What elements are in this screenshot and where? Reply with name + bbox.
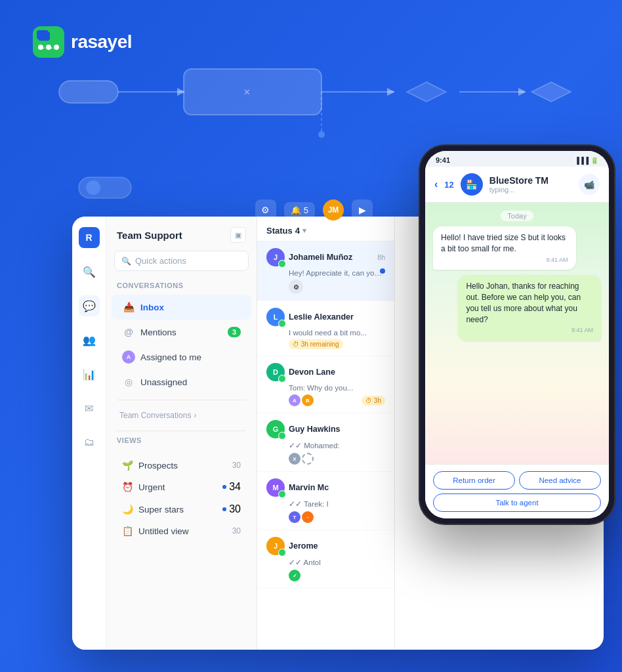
mentions-icon: @ <box>122 326 135 339</box>
video-call-button[interactable]: 📹 <box>579 174 600 195</box>
prospects-icon: 🌱 <box>122 460 133 471</box>
untitled-icon: 📋 <box>122 526 133 536</box>
conversation-list-panel: Status 4 ▾ J Johameli Muñoz 8h Hey! Appr… <box>257 217 395 650</box>
filter-icon[interactable]: ⚙ <box>255 200 276 220</box>
avatars-row-marvin: T ·· <box>289 511 314 523</box>
conv-avatar-wrap: J Johameli Muñoz <box>266 248 377 266</box>
whatsapp-badge-leslie <box>278 320 286 327</box>
views-section: 🌱 Prospects 30 ⏰ Urgent 34 🌙 Super stars… <box>106 450 257 547</box>
divider-1 <box>117 400 246 400</box>
nav-item-inbox[interactable]: 📥 Inbox <box>112 295 251 320</box>
workspace-name: Team Support <box>117 230 182 241</box>
views-label: Views <box>106 436 257 450</box>
svg-point-18 <box>54 45 59 50</box>
status-count: 4 <box>295 226 300 236</box>
phone-section: 9:41 ▐▐▐ 🔋 ‹ 12 🏪 BlueStore TM typing...… <box>379 131 615 525</box>
notification-count: 5 <box>304 205 308 215</box>
nav-apps[interactable]: 🗂 <box>79 432 100 453</box>
team-conversations-arrow: › <box>194 411 196 420</box>
user-avatar[interactable]: JM <box>323 200 344 220</box>
status-filter[interactable]: Status 4 ▾ <box>266 226 306 236</box>
whatsapp-badge-devon <box>278 375 286 383</box>
conv-name-jerome: Jerome <box>289 541 318 551</box>
status-label: Status <box>266 226 293 236</box>
talk-to-agent-button[interactable]: Talk to agent <box>433 494 601 512</box>
icon-sidebar: R 🔍 💬 👥 📊 ✉ 🗂 <box>72 217 106 650</box>
search-icon: 🔍 <box>121 257 131 266</box>
svg-rect-15 <box>38 32 50 41</box>
prospects-label: Prospects <box>138 461 232 471</box>
conversation-item-johameli[interactable]: J Johameli Muñoz 8h Hey! Appreciate it, … <box>257 242 394 301</box>
conv-header: J Johameli Muñoz 8h <box>266 248 385 266</box>
conv-preview-jerome: ✓✓ Antol <box>266 558 385 567</box>
return-order-button[interactable]: Return order <box>433 471 515 490</box>
avatar-jerome: J <box>266 537 285 555</box>
conversation-item-leslie[interactable]: L Leslie Alexander I would need a bit mo… <box>257 301 394 356</box>
phone-statusbar: 9:41 ▐▐▐ 🔋 <box>425 151 609 167</box>
msg-time-1: 9:41 AM <box>441 256 568 264</box>
nav-item-mentions[interactable]: @ Mentions 3 <box>112 320 251 345</box>
conv-avatar-wrap-devon: D Devon Lane <box>266 363 385 381</box>
qa-row-2: Talk to agent <box>433 494 601 512</box>
nav-item-assigned[interactable]: A Assigned to me <box>112 345 251 369</box>
svg-point-17 <box>46 45 51 50</box>
pending-avatar <box>302 453 314 465</box>
mentions-badge: 3 <box>228 327 241 337</box>
settings-avatar: ⚙ <box>289 280 303 294</box>
collapse-button[interactable]: ▣ <box>230 227 246 243</box>
conversation-item-devon[interactable]: D Devon Lane Tom: Why do you... A B ⏱ 3h <box>257 356 394 413</box>
mini-avatar-jerome: ✓ <box>289 570 301 581</box>
nav-search[interactable]: 🔍 <box>79 261 100 282</box>
mini-avatar-guy-1: X <box>289 453 301 465</box>
nav-messages[interactable]: 💬 <box>79 295 100 316</box>
urgent-icon: ⏰ <box>122 482 133 492</box>
back-button[interactable]: ‹ <box>434 178 438 190</box>
conversation-item-jerome[interactable]: J Jerome ✓✓ Antol ✓ <box>257 530 394 589</box>
conv-header-leslie: L Leslie Alexander <box>266 308 385 326</box>
view-item-superstars[interactable]: 🌙 Super stars 30 <box>112 498 251 520</box>
conv-preview-leslie: I would need a bit mo... <box>266 329 385 337</box>
notification-button[interactable]: 🔔 5 <box>284 202 315 219</box>
search-box[interactable]: 🔍 Quick actions <box>114 251 249 271</box>
avatar-devon: D <box>266 363 285 381</box>
chat-channel-name: BlueStore TM <box>489 175 572 186</box>
svg-point-16 <box>38 45 43 50</box>
arrow-icon[interactable]: ▶ <box>352 200 373 220</box>
untitled-label: Untitled view <box>138 526 232 536</box>
unassigned-icon: ◎ <box>122 375 135 388</box>
view-item-untitled[interactable]: 📋 Untitled view 30 <box>112 520 251 541</box>
message-outgoing-1: Hello Johan, thanks for reaching out. Be… <box>458 275 601 341</box>
nav-campaigns[interactable]: ✉ <box>79 398 100 419</box>
panel-header: Team Support ▣ <box>106 227 257 251</box>
conv-name-guy: Guy Hawkins <box>289 425 341 434</box>
view-item-prospects[interactable]: 🌱 Prospects 30 <box>112 455 251 476</box>
phone-chat-header: ‹ 12 🏪 BlueStore TM typing... 📹 <box>425 167 609 203</box>
wifi-icon: ▐▐▐ <box>575 157 589 164</box>
qa-buttons: Return order Need advice Talk to agent <box>433 471 601 512</box>
nav-contacts[interactable]: 👥 <box>79 329 100 350</box>
conv-header-devon: D Devon Lane <box>266 363 385 381</box>
phone-signal: ▐▐▐ 🔋 <box>575 157 598 164</box>
whatsapp-badge <box>278 260 286 268</box>
untitled-count: 30 <box>232 526 241 536</box>
left-panel: Team Support ▣ 🔍 Quick actions Conversat… <box>106 217 257 650</box>
conv-preview-guy: ✓✓ Mohamed: <box>266 441 385 450</box>
conv-name-leslie: Leslie Alexander <box>289 312 354 322</box>
conv-name-marvin: Marvin Mc <box>289 483 329 492</box>
conversation-item-guy[interactable]: G Guy Hawkins ✓✓ Mohamed: X <box>257 413 394 472</box>
conv-meta-guy: X <box>266 453 385 465</box>
chevron-down-icon: ▾ <box>302 226 306 235</box>
conversation-item-marvin[interactable]: M Marvin Mc ✓✓ Tarek: I T ·· <box>257 472 394 530</box>
conv-meta-devon: A B ⏱ 3h <box>266 394 385 406</box>
avatar-guy: G <box>266 420 285 438</box>
nav-item-unassigned[interactable]: ◎ Unassigned <box>112 369 251 394</box>
need-advice-button[interactable]: Need advice <box>519 471 601 490</box>
bell-icon: 🔔 <box>291 205 301 215</box>
workspace-icon[interactable]: R <box>79 227 100 248</box>
nav-item-assigned-label: Assigned to me <box>140 352 241 362</box>
avatar-marvin: M <box>266 478 285 497</box>
view-item-urgent[interactable]: ⏰ Urgent 34 <box>112 476 251 498</box>
team-conversations-link[interactable]: Team Conversations › <box>106 406 257 425</box>
conv-avatar-wrap-leslie: L Leslie Alexander <box>266 308 385 326</box>
nav-analytics[interactable]: 📊 <box>79 364 100 385</box>
